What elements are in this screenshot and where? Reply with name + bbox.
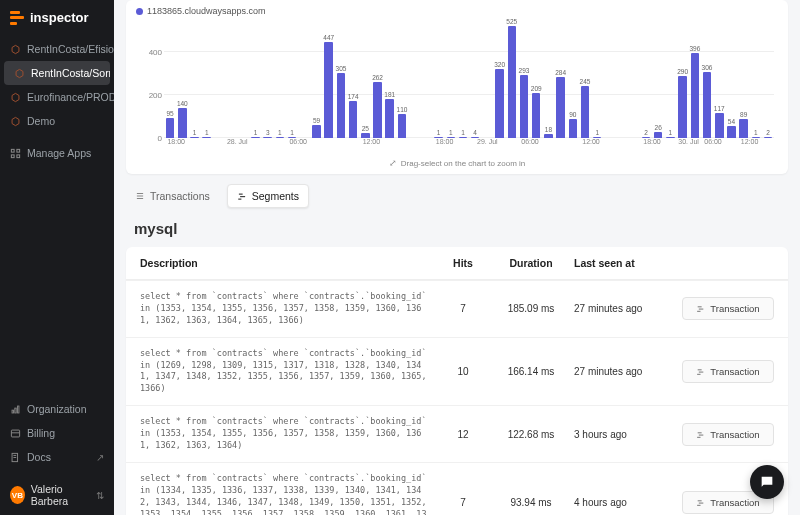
bar[interactable]: 1 [432, 129, 444, 138]
app-icon [14, 68, 25, 79]
bar[interactable]: 1 [457, 129, 469, 138]
docs-icon [10, 452, 21, 463]
bar[interactable]: 284 [555, 69, 567, 138]
billing-icon [10, 428, 21, 439]
sidebar-bottom-1[interactable]: Billing [0, 421, 114, 445]
sidebar-app-0[interactable]: RentInCosta/Efisio [0, 37, 114, 61]
cell-duration: 93.94 ms [496, 497, 566, 508]
transaction-button-label: Transaction [710, 429, 759, 440]
tab-transactions[interactable]: Transactions [126, 185, 219, 207]
bar-value-label: 306 [702, 64, 713, 71]
bar[interactable]: 525 [506, 18, 518, 139]
bar-value-label: 117 [714, 105, 725, 112]
bar-value-label: 110 [397, 106, 408, 113]
bar[interactable]: 2 [762, 129, 774, 138]
table-row: select * from `contracts` where `contrac… [126, 280, 788, 337]
bar[interactable]: 1 [286, 129, 298, 138]
transaction-button[interactable]: Transaction [682, 297, 774, 320]
bar[interactable]: 1 [750, 129, 762, 138]
transaction-button[interactable]: Transaction [682, 423, 774, 446]
bar[interactable]: 174 [347, 93, 359, 138]
bar-value-label: 447 [323, 34, 334, 41]
bar-value-label: 181 [384, 91, 395, 98]
bar[interactable]: 59 [310, 117, 322, 138]
bar-value-label: 59 [313, 117, 320, 124]
bar[interactable]: 110 [396, 106, 408, 138]
bar[interactable]: 95 [164, 110, 176, 138]
bar[interactable]: 1 [201, 129, 213, 138]
x-tick: 12:00 [741, 138, 759, 145]
bar[interactable]: 1 [591, 129, 603, 138]
bar[interactable]: 306 [701, 64, 713, 138]
bar[interactable]: 1 [274, 129, 286, 138]
bar[interactable]: 90 [567, 111, 579, 138]
bar[interactable]: 1 [445, 129, 457, 138]
brand[interactable]: inspector [0, 0, 114, 37]
bar-chart[interactable]: 0200400 95140111311594473051742526218111… [136, 18, 778, 156]
tab-transactions-label: Transactions [150, 190, 210, 202]
bar[interactable]: 181 [384, 91, 396, 138]
legend-label: 1183865.cloudwaysapps.com [147, 6, 266, 16]
bar[interactable]: 290 [677, 68, 689, 138]
chevron-up-down-icon: ⇅ [96, 490, 104, 501]
transaction-icon [696, 430, 705, 439]
cell-hits: 12 [438, 429, 488, 440]
transaction-icon [696, 498, 705, 507]
svg-rect-7 [11, 430, 19, 437]
bar[interactable]: 305 [335, 65, 347, 138]
transaction-button[interactable]: Transaction [682, 360, 774, 383]
sidebar-bottom-0[interactable]: Organization [0, 397, 114, 421]
legend-dot-icon [136, 8, 143, 15]
grid-icon [10, 148, 21, 159]
sidebar-app-label: Eurofinance/PROD [27, 91, 114, 103]
bar[interactable]: 140 [176, 100, 188, 138]
bar[interactable]: 1 [664, 129, 676, 138]
sidebar-app-2[interactable]: Eurofinance/PROD [0, 85, 114, 109]
x-tick: 12:00 [363, 138, 381, 145]
bar[interactable]: 3 [262, 129, 274, 138]
bar[interactable]: 2 [640, 129, 652, 138]
chat-fab[interactable] [750, 465, 784, 499]
tab-segments[interactable]: Segments [227, 184, 309, 208]
x-tick: 18:00 [436, 138, 454, 145]
bar[interactable]: 26 [652, 124, 664, 138]
bar-value-label: 209 [531, 85, 542, 92]
bar[interactable]: 1 [249, 129, 261, 138]
chat-icon [759, 474, 775, 490]
cell-last-seen: 3 hours ago [574, 429, 674, 440]
bar[interactable]: 293 [518, 67, 530, 138]
bar[interactable]: 1 [188, 129, 200, 138]
bar-value-label: 320 [494, 61, 505, 68]
bar-value-label: 174 [348, 93, 359, 100]
cell-description: select * from `contracts` where `contrac… [140, 348, 430, 396]
sidebar-app-3[interactable]: Demo [0, 109, 114, 133]
bar-value-label: 396 [689, 45, 700, 52]
chart-card: 1183865.cloudwaysapps.com 0200400 951401… [126, 0, 788, 174]
cell-last-seen: 4 hours ago [574, 497, 674, 508]
y-tick: 200 [149, 91, 162, 100]
bar[interactable]: 209 [530, 85, 542, 138]
cell-description: select * from `contracts` where `contrac… [140, 473, 430, 515]
sidebar-bottom-2[interactable]: Docs↗ [0, 445, 114, 469]
svg-rect-1 [17, 149, 20, 152]
bar[interactable]: 245 [579, 78, 591, 139]
chart-legend[interactable]: 1183865.cloudwaysapps.com [136, 6, 778, 16]
bar[interactable]: 320 [493, 61, 505, 138]
app-icon [10, 44, 21, 55]
bar[interactable]: 262 [371, 74, 383, 138]
manage-apps[interactable]: Manage Apps [0, 141, 114, 165]
bar[interactable]: 396 [689, 45, 701, 138]
bar[interactable]: 4 [469, 129, 481, 138]
bar[interactable]: 89 [738, 111, 750, 138]
bottom-nav: OrganizationBillingDocs↗ [0, 397, 114, 475]
sidebar-app-1[interactable]: RentInCosta/Sorr... [4, 61, 110, 85]
bar[interactable]: 54 [725, 118, 737, 138]
transaction-icon [696, 304, 705, 313]
bar[interactable]: 117 [713, 105, 725, 138]
transaction-button-label: Transaction [710, 497, 759, 508]
bar[interactable]: 25 [359, 125, 371, 138]
svg-rect-2 [11, 154, 14, 157]
bar[interactable]: 18 [542, 126, 554, 138]
bar[interactable]: 447 [323, 34, 335, 138]
user-menu[interactable]: VB Valerio Barbera ⇅ [0, 475, 114, 515]
